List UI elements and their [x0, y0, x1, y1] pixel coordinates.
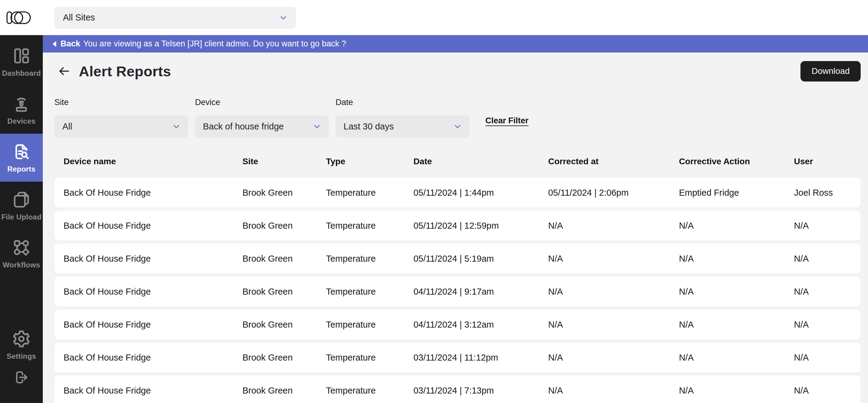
table-cell: N/A	[679, 352, 794, 363]
table-cell: Brook Green	[242, 352, 326, 363]
sidebar: Dashboard Devices Reports	[0, 35, 43, 403]
table-cell: N/A	[794, 320, 851, 330]
banner-back-label: Back	[61, 39, 81, 48]
main-content: Alert Reports Download Site All Device B…	[43, 53, 868, 403]
table-cell: Brook Green	[242, 320, 326, 330]
chevron-down-icon	[173, 123, 180, 130]
table-cell: Temperature	[326, 221, 413, 231]
impersonation-banner: Back You are viewing as a Telsen [JR] cl…	[43, 35, 868, 53]
sidebar-item-logout[interactable]	[0, 369, 43, 403]
chevron-down-icon	[279, 14, 287, 22]
all-sites-value: All Sites	[63, 12, 95, 23]
sidebar-item-settings[interactable]: Settings	[0, 321, 43, 369]
dashboard-icon	[12, 46, 31, 65]
sidebar-nav: Dashboard Devices Reports	[0, 35, 43, 277]
settings-icon	[12, 329, 31, 348]
table-cell: Temperature	[326, 188, 413, 198]
sidebar-item-label: File Upload	[1, 213, 41, 221]
date-filter-group: Date Last 30 days	[336, 97, 469, 137]
table-cell: Back Of House Fridge	[64, 320, 242, 330]
table-row: Back Of House Fridge Brook Green Tempera…	[54, 277, 861, 306]
table-cell: Brook Green	[242, 385, 326, 396]
brand-logo	[6, 8, 31, 27]
table-cell: 05/11/2024 | 5:19am	[413, 254, 548, 264]
sidebar-item-devices[interactable]: Devices	[0, 86, 43, 134]
clear-filter-link[interactable]: Clear Filter	[485, 116, 528, 126]
table-row: Back Of House Fridge Brook Green Tempera…	[54, 342, 861, 372]
sidebar-item-label: Workflows	[3, 261, 40, 269]
table-cell: 03/11/2024 | 11:12pm	[413, 352, 548, 363]
table-cell: Back Of House Fridge	[64, 352, 242, 363]
table-cell: Back Of House Fridge	[64, 254, 242, 264]
table-cell: Brook Green	[242, 221, 326, 231]
table-cell: N/A	[679, 320, 794, 330]
logout-icon	[13, 369, 30, 386]
file-upload-icon	[12, 190, 31, 209]
site-filter-select[interactable]: All	[54, 115, 188, 137]
sidebar-item-file-upload[interactable]: File Upload	[0, 182, 43, 230]
site-filter-value: All	[62, 122, 72, 132]
all-sites-select[interactable]: All Sites	[54, 7, 296, 29]
sidebar-item-label: Settings	[7, 352, 36, 361]
date-filter-label: Date	[336, 97, 469, 107]
back-arrow-icon[interactable]	[58, 64, 71, 78]
table-cell: Temperature	[326, 254, 413, 264]
table-cell: 03/11/2024 | 7:13pm	[413, 385, 548, 396]
sidebar-bottom: Settings	[0, 321, 43, 403]
device-filter-group: Device Back of house fridge	[195, 97, 329, 137]
table-cell: Back Of House Fridge	[64, 221, 242, 231]
device-filter-select[interactable]: Back of house fridge	[195, 115, 329, 137]
site-filter-group: Site All	[54, 97, 188, 137]
table-row: Back Of House Fridge Brook Green Tempera…	[54, 310, 861, 339]
table-cell: N/A	[548, 352, 679, 363]
device-filter-value: Back of house fridge	[203, 122, 284, 132]
devices-icon	[12, 94, 31, 113]
date-filter-select[interactable]: Last 30 days	[336, 115, 469, 137]
table-row: Back Of House Fridge Brook Green Tempera…	[54, 375, 861, 403]
chevron-down-icon	[313, 123, 321, 130]
table-cell: Brook Green	[242, 188, 326, 198]
site-filter-label: Site	[54, 97, 188, 107]
sidebar-item-workflows[interactable]: Workflows	[0, 230, 43, 277]
table-cell: N/A	[794, 385, 851, 396]
table-cell: 05/11/2024 | 1:44pm	[413, 188, 548, 198]
table-cell: N/A	[548, 320, 679, 330]
page-title: Alert Reports	[79, 63, 171, 80]
table-cell: N/A	[794, 352, 851, 363]
sidebar-item-label: Devices	[7, 117, 35, 126]
table-cell: N/A	[679, 287, 794, 297]
table-row: Back Of House Fridge Brook Green Tempera…	[54, 178, 861, 208]
reports-icon	[12, 142, 31, 161]
table-cell: Back Of House Fridge	[64, 188, 242, 198]
table-cell: Temperature	[326, 352, 413, 363]
download-button[interactable]: Download	[801, 61, 861, 81]
device-filter-label: Device	[195, 97, 329, 107]
sidebar-item-dashboard[interactable]: Dashboard	[0, 38, 43, 86]
column-header: Corrected at	[548, 156, 679, 167]
table-cell: Temperature	[326, 385, 413, 396]
topbar: All Sites	[0, 0, 868, 35]
table-cell: 04/11/2024 | 3:12am	[413, 320, 548, 330]
column-header: Site	[242, 156, 326, 167]
table-header: Device name Site Type Date Corrected at …	[54, 156, 861, 167]
table-cell: Brook Green	[242, 287, 326, 297]
table-body: Back Of House Fridge Brook Green Tempera…	[54, 178, 861, 403]
table-cell: N/A	[679, 385, 794, 396]
table-cell: N/A	[794, 254, 851, 264]
table-cell: N/A	[548, 385, 679, 396]
table-cell: Temperature	[326, 320, 413, 330]
sidebar-item-label: Reports	[7, 165, 35, 173]
filters: Site All Device Back of house fridge Dat…	[54, 97, 861, 137]
sidebar-item-reports[interactable]: Reports	[0, 134, 43, 182]
date-filter-value: Last 30 days	[344, 122, 394, 132]
table-cell: N/A	[794, 221, 851, 231]
banner-back-button[interactable]: Back	[53, 39, 81, 48]
table-cell: Emptied Fridge	[679, 188, 794, 198]
table-cell: Back Of House Fridge	[64, 385, 242, 396]
chevron-down-icon	[454, 123, 462, 130]
column-header: User	[794, 156, 851, 167]
banner-message: You are viewing as a Telsen [JR] client …	[84, 39, 346, 48]
table-row: Back Of House Fridge Brook Green Tempera…	[54, 211, 861, 241]
table-cell: N/A	[794, 287, 851, 297]
table-cell: N/A	[548, 287, 679, 297]
